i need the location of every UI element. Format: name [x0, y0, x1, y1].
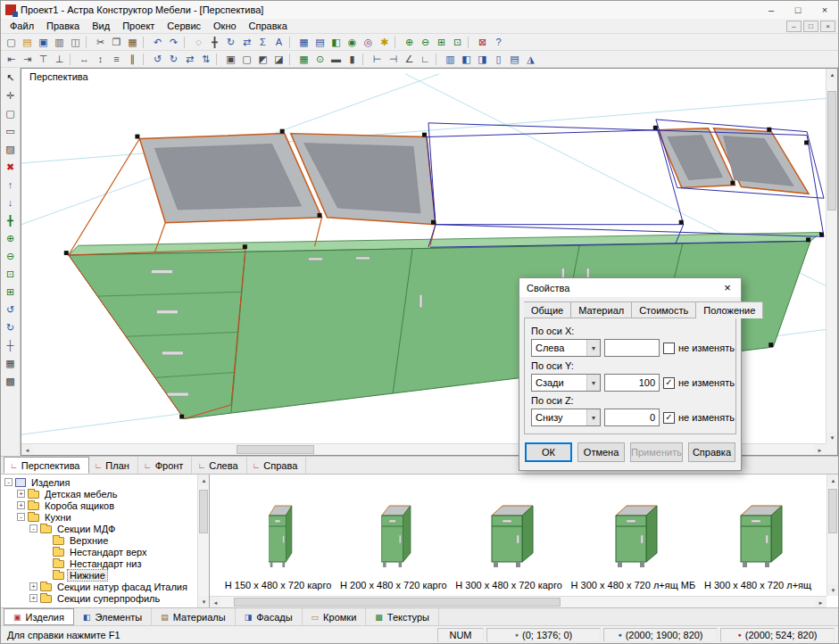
tree-expander[interactable]: +: [29, 594, 37, 602]
view-tab-plan[interactable]: ∟ План: [89, 457, 138, 474]
region-icon[interactable]: ▭: [3, 124, 19, 138]
axis-offset-input[interactable]: [604, 339, 660, 357]
flip-h-icon[interactable]: ⇄: [182, 52, 197, 66]
scrollbar-thumb[interactable]: [827, 91, 836, 211]
chevron-down-icon[interactable]: ▾: [586, 340, 600, 356]
paste-icon[interactable]: ▦: [125, 35, 140, 49]
catalog-item[interactable]: Н 300 х 480 х 720 карго: [455, 501, 562, 590]
align-right-icon[interactable]: ⇥: [20, 52, 35, 66]
select-cursor-icon[interactable]: ↖: [3, 70, 19, 85]
tree-item[interactable]: Верхние: [3, 534, 196, 546]
align-left-icon[interactable]: ⇤: [4, 52, 19, 66]
snap-point-icon[interactable]: ⊙: [312, 52, 328, 66]
selection-frame-icon[interactable]: ◌: [191, 35, 206, 49]
bring-front-icon[interactable]: ◩: [255, 52, 270, 66]
open-folder-icon[interactable]: ▤: [20, 35, 35, 49]
chevron-down-icon[interactable]: ▾: [586, 375, 600, 391]
close-button[interactable]: ×: [811, 1, 838, 19]
ruler-h-icon[interactable]: ▬: [328, 52, 344, 66]
tree-item[interactable]: + Секции натур фасад Италия: [3, 581, 196, 592]
dim-h-icon[interactable]: ⊢: [370, 52, 385, 66]
edit-node-icon[interactable]: ✛: [3, 88, 19, 103]
scroll-up-icon[interactable]: ▲: [827, 475, 838, 486]
panel-tab-textures[interactable]: ▩ Текстуры: [366, 608, 439, 625]
scroll-down-icon[interactable]: ▼: [198, 596, 210, 607]
scrollbar-track[interactable]: [827, 486, 838, 584]
panel-tab-elements[interactable]: ◧ Элементы: [74, 608, 152, 625]
undo-icon[interactable]: ↶: [150, 35, 165, 49]
ok-button[interactable]: ОК: [525, 442, 572, 462]
tree-expander[interactable]: +: [17, 490, 25, 498]
toolbar-icon[interactable]: [184, 37, 188, 48]
snap-grid-icon[interactable]: ▦: [296, 52, 312, 66]
axis-origin-combobox[interactable]: Сзади ▾: [531, 374, 601, 392]
save-icon[interactable]: ▣: [36, 35, 51, 49]
scrollbar-thumb[interactable]: [234, 598, 561, 607]
ungroup-icon[interactable]: ▢: [239, 52, 254, 66]
scrollbar-track[interactable]: [827, 80, 837, 432]
distribute-v-icon[interactable]: ↕: [93, 52, 108, 66]
scrollbar-thumb[interactable]: [199, 490, 208, 533]
axes-icon[interactable]: ┼: [3, 338, 19, 352]
sheet-icon[interactable]: ▢: [3, 106, 19, 120]
do-not-change-checkbox[interactable]: ✓: [663, 412, 675, 424]
rotate-right-icon[interactable]: ↻: [166, 52, 181, 66]
window-element-icon[interactable]: ◨: [475, 52, 490, 66]
delete-icon[interactable]: ⊠: [475, 35, 490, 49]
sphere-icon[interactable]: ◉: [345, 35, 360, 49]
move-icon[interactable]: ╋: [207, 35, 222, 49]
new-file-icon[interactable]: ▢: [4, 35, 19, 49]
zoom-out-icon[interactable]: ⊖: [418, 35, 433, 49]
mdi-restore-button[interactable]: □: [803, 21, 818, 32]
toolbar-icon[interactable]: [436, 54, 440, 65]
toolbar-icon[interactable]: [86, 37, 90, 48]
tree-vertical-scrollbar[interactable]: ▲ ▼: [197, 475, 209, 607]
delete-object-icon[interactable]: ✖: [3, 160, 19, 174]
tree-expander[interactable]: -: [29, 524, 37, 533]
toolbar-icon[interactable]: [143, 37, 147, 48]
tab-material[interactable]: Материал: [571, 301, 632, 318]
panel-tab-edges[interactable]: ▭ Кромки: [303, 608, 367, 625]
solid-icon[interactable]: ◧: [328, 35, 344, 49]
view-tab-left[interactable]: ∟ Слева: [192, 457, 246, 474]
do-not-change-checkbox[interactable]: ✓: [663, 377, 675, 389]
menu-view[interactable]: Вид: [86, 20, 116, 32]
menu-file[interactable]: Файл: [4, 20, 40, 32]
measure-icon[interactable]: ∟: [418, 52, 433, 66]
panel-tab-materials[interactable]: ▤ Материалы: [152, 608, 235, 625]
view-tab-perspective[interactable]: ∟ Перспектива: [4, 457, 89, 474]
tree-expander[interactable]: [42, 571, 50, 579]
minimize-button[interactable]: –: [758, 1, 785, 19]
catalog-item[interactable]: Н 150 х 480 х 720 карго: [225, 501, 332, 590]
font-icon[interactable]: A: [271, 35, 287, 49]
axis-offset-input[interactable]: 100: [604, 374, 660, 392]
scroll-right-icon[interactable]: ►: [814, 444, 826, 456]
catalog-item[interactable]: Н 300 х 480 х 720 л+ящ: [704, 501, 811, 590]
copy-icon[interactable]: ❐: [109, 35, 124, 49]
tree-item[interactable]: Нестандарт верх: [3, 546, 196, 557]
axis-origin-combobox[interactable]: Снизу ▾: [531, 409, 601, 426]
dim-v-icon[interactable]: ⊣: [386, 52, 401, 66]
dialog-close-icon[interactable]: ×: [714, 278, 741, 297]
zoom-window-tool-icon[interactable]: ⊡: [3, 267, 19, 281]
pan-icon[interactable]: ╋: [3, 213, 19, 227]
tab-cost[interactable]: Стоимость: [632, 301, 696, 318]
toolbar-icon[interactable]: [70, 54, 74, 65]
rotate-left-icon[interactable]: ↺: [150, 52, 165, 66]
scrollbar-track[interactable]: [198, 486, 209, 596]
ruler-v-icon[interactable]: ▮: [345, 52, 360, 66]
menu-help[interactable]: Справка: [243, 20, 294, 32]
center-h-icon[interactable]: ≡: [109, 52, 124, 66]
tree-item[interactable]: - Секции МДФ: [3, 523, 196, 534]
view-tab-front[interactable]: ∟ Фронт: [138, 457, 193, 474]
tree-item[interactable]: - Изделия: [3, 476, 196, 488]
rotate-icon[interactable]: ↻: [223, 35, 238, 49]
dialog-titlebar[interactable]: Свойства ×: [519, 278, 741, 297]
tree-item[interactable]: Нестандарт низ: [3, 557, 196, 569]
layer-up-icon[interactable]: ↑: [3, 178, 19, 192]
toolbar-icon[interactable]: [216, 54, 220, 65]
scrollbar-thumb[interactable]: [237, 445, 315, 454]
redo-icon[interactable]: ↷: [166, 35, 181, 49]
tree-expander[interactable]: -: [17, 513, 25, 521]
tree-expander[interactable]: [42, 559, 50, 567]
